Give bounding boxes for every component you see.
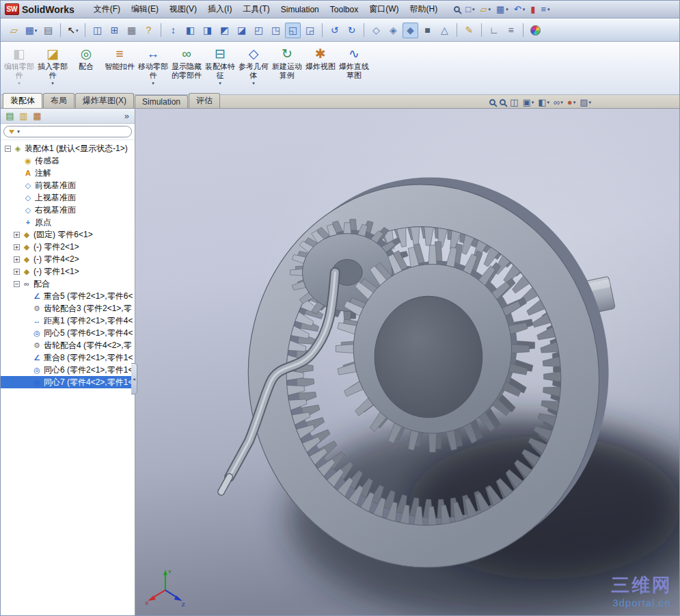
assembly-features-button[interactable]: ⊟装配体特征▾ [204, 44, 236, 92]
new-motion-study-button[interactable]: ↻新建运动算例 [271, 44, 303, 92]
tree-item-assembly1[interactable]: −◈装配体1 (默认<显示状态-1>) [1, 142, 135, 155]
view-bottom-icon[interactable]: ◳ [268, 23, 284, 38]
explode-line-sketch-button[interactable]: ∿爆炸直线草图 [338, 44, 370, 92]
move-component-button[interactable]: ↔移动零部件▾ [137, 44, 169, 92]
annotations-toolbar-icon[interactable]: ≡ [503, 23, 519, 38]
tree-item-part6[interactable]: +◆(固定) 零件6<1> [1, 228, 135, 241]
smart-fasteners-button[interactable]: ≡智能扣件 [103, 44, 136, 92]
tree-item-part2[interactable]: +◆(-) 零件2<1> [1, 241, 135, 253]
tree-item-mate-gear3[interactable]: ⚙齿轮配合3 (零件2<1>,零 [1, 302, 135, 314]
split-view-icon[interactable]: ◫ [90, 23, 105, 38]
measure-icon[interactable]: ∟ [486, 23, 502, 38]
mate-button[interactable]: ◎配合 [70, 44, 103, 92]
options-list-icon[interactable]: ≡▾ [539, 4, 551, 14]
appearance-pencil-icon[interactable]: ✎ [461, 23, 477, 38]
perspective-icon[interactable]: △ [437, 23, 452, 38]
panel-splitter-handle[interactable]: ◂ [131, 363, 137, 394]
redraw-icon[interactable]: ↻ [344, 23, 359, 38]
view-top-icon[interactable]: ◰ [251, 23, 267, 38]
search-icon[interactable] [452, 5, 461, 13]
tree-filter-input[interactable] [23, 127, 126, 136]
reference-geometry-button[interactable]: ◇参考几何体▾ [237, 44, 270, 92]
tree-item-part1[interactable]: +◆(-) 零件1<1> [1, 265, 135, 278]
menu-item-5[interactable]: Simulation [275, 2, 325, 17]
tree-item-mate-concentric6[interactable]: ◎同心6 (零件2<1>,零件1< [1, 364, 135, 376]
view-orientation-icon[interactable]: ▣▾ [521, 98, 534, 107]
tree-item-mate-coincident8[interactable]: ∠重合8 (零件2<1>,零件1< [1, 351, 135, 364]
tree-item-right-plane[interactable]: ◇右视基准面 [1, 204, 135, 216]
shadows-icon[interactable]: ■ [420, 23, 435, 38]
wireframe-icon[interactable]: ◇ [368, 23, 384, 38]
open-icon[interactable]: ▱▾ [479, 4, 493, 14]
hide-show-items-icon[interactable]: ∞▾ [553, 98, 564, 107]
menu-item-8[interactable]: 帮助(H) [404, 1, 443, 18]
panel-collapse-button[interactable]: » [122, 111, 131, 121]
tree-item-annotations[interactable]: A注解 [1, 167, 135, 179]
tree-item-origin[interactable]: +原点 [1, 216, 135, 228]
view-dimetric-icon[interactable]: ◲ [302, 23, 318, 38]
previous-view-icon[interactable]: ↺ [327, 23, 342, 38]
menu-item-4[interactable]: 工具(T) [237, 1, 275, 18]
pan-updown-icon[interactable]: ↕ [165, 23, 181, 38]
menu-item-2[interactable]: 视图(V) [164, 1, 202, 18]
tree-expander-icon[interactable]: + [14, 244, 20, 250]
menu-item-0[interactable]: 文件(F) [88, 1, 126, 18]
tab-layout[interactable]: 布局 [43, 93, 74, 108]
tree-item-top-plane[interactable]: ◇上视基准面 [1, 191, 135, 204]
tree-filter[interactable]: ▾ [3, 126, 132, 137]
rebuild-icon[interactable]: ▮ [529, 4, 536, 14]
tab-simulation[interactable]: Simulation [135, 95, 188, 108]
tree-item-mate-coincident5[interactable]: ∠重合5 (零件2<1>,零件6< [1, 290, 135, 302]
apply-scene-icon[interactable]: ▨▾ [579, 98, 592, 107]
display-style-icon[interactable]: ◧▾ [537, 98, 550, 107]
save-icon[interactable]: ▦▾ [495, 4, 510, 14]
new-document-icon[interactable]: □▾ [464, 4, 476, 14]
menu-item-6[interactable]: Toolbox [325, 2, 364, 17]
shaded-icon[interactable]: ◆ [403, 23, 418, 38]
view-left-icon[interactable]: ◩ [217, 23, 232, 38]
edit-appearance-icon[interactable]: ●▾ [567, 98, 576, 107]
graphics-viewport[interactable]: YXZ三维网3dportal.cn [135, 109, 679, 615]
help-icon[interactable]: ? [141, 23, 157, 38]
section-view-icon[interactable]: ◫ [509, 98, 519, 107]
configuration-manager-tab-icon[interactable]: ▦ [31, 110, 43, 122]
save-document-icon[interactable]: ▦▾ [23, 23, 39, 38]
tree-item-mates-folder[interactable]: −∞配合 [1, 278, 135, 290]
tree-expander-icon[interactable]: − [5, 146, 11, 152]
tree-expander-icon[interactable]: − [14, 281, 20, 287]
tab-exploded-sketch[interactable]: 爆炸草图(X) [75, 93, 134, 108]
tree-expander-icon[interactable]: + [14, 256, 20, 263]
exploded-view-button[interactable]: ✱爆炸视图 [304, 44, 337, 92]
select-arrow-icon[interactable]: ↖▾ [65, 23, 81, 38]
tree-item-mate-concentric7[interactable]: ◎同心7 (零件4<2>,零件1< [1, 376, 135, 388]
quad-view-icon[interactable]: ⊞ [107, 23, 122, 38]
undo-icon[interactable]: ↶▾ [513, 4, 526, 14]
menu-item-7[interactable]: 窗口(W) [364, 1, 404, 18]
show-hidden-components-button[interactable]: ∞显示隐藏的零部件 [170, 44, 203, 92]
zoom-fit-icon[interactable] [489, 99, 496, 105]
tree-item-sensors[interactable]: ◉传感器 [1, 155, 135, 167]
tree-item-front-plane[interactable]: ◇前视基准面 [1, 179, 135, 191]
view-back-icon[interactable]: ◨ [200, 23, 215, 38]
menu-item-1[interactable]: 编辑(E) [126, 1, 164, 18]
color-wheel-icon[interactable] [528, 23, 543, 38]
grid-icon[interactable]: ▦ [124, 23, 139, 38]
tree-item-mate-distance1[interactable]: ↔距离1 (零件2<1>,零件4< [1, 314, 135, 327]
view-front-icon[interactable]: ◧ [182, 23, 198, 38]
hidden-lines-icon[interactable]: ◈ [385, 23, 401, 38]
menu-item-3[interactable]: 插入(I) [202, 1, 237, 18]
open-document-icon[interactable]: ▱ [6, 23, 22, 38]
tab-evaluate[interactable]: 评估 [189, 93, 220, 108]
tree-expander-icon[interactable]: + [14, 269, 20, 275]
tree-expander-icon[interactable]: + [14, 232, 20, 238]
view-isometric-icon[interactable]: ◱ [285, 23, 301, 38]
feature-manager-tab-icon[interactable]: ▤ [4, 110, 16, 122]
tree-item-mate-concentric5[interactable]: ◎同心5 (零件6<1>,零件4< [1, 327, 135, 339]
tree-item-mate-gear4[interactable]: ⚙齿轮配合4 (零件4<2>,零 [1, 339, 135, 351]
view-right-icon[interactable]: ◪ [234, 23, 249, 38]
zoom-area-icon[interactable] [499, 99, 506, 105]
tree-item-part4[interactable]: +◆(-) 零件4<2> [1, 253, 135, 265]
print-icon[interactable]: ▤ [40, 23, 56, 38]
insert-component-button[interactable]: ◪插入零部件▾ [36, 44, 69, 92]
tab-assembly[interactable]: 装配体 [3, 93, 42, 108]
